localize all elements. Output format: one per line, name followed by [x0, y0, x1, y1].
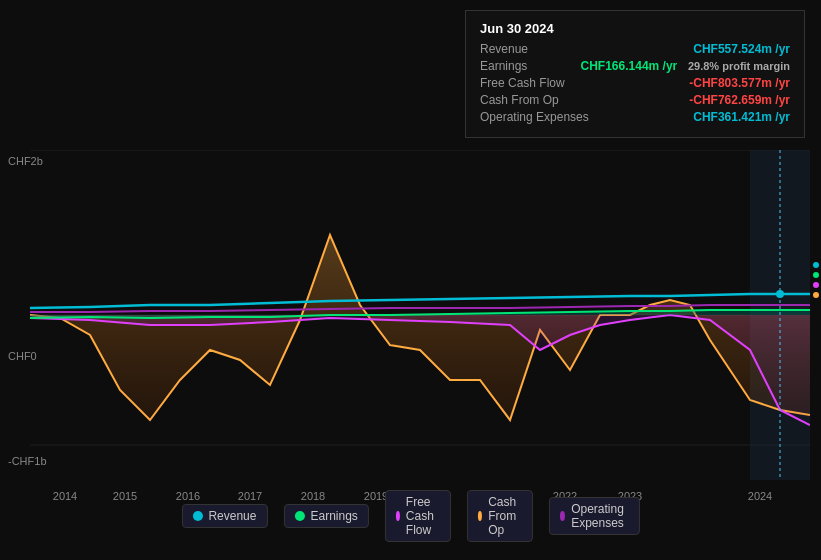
revenue-row: Revenue CHF557.524m /yr [480, 42, 790, 56]
legend-label-revenue: Revenue [208, 509, 256, 523]
main-chart [30, 150, 810, 480]
legend-opex[interactable]: Operating Expenses [549, 497, 640, 535]
opex-row: Operating Expenses CHF361.421m /yr [480, 110, 790, 124]
opex-label: Operating Expenses [480, 110, 589, 124]
legend-label-opex: Operating Expenses [571, 502, 628, 530]
earnings-value: CHF166.144m /yr 29.8% profit margin [581, 59, 790, 73]
tooltip-box: Jun 30 2024 Revenue CHF557.524m /yr Earn… [465, 10, 805, 138]
legend-cashop[interactable]: Cash From Op [467, 490, 533, 542]
scroll-dot-earnings [813, 272, 819, 278]
legend-fcf[interactable]: Free Cash Flow [385, 490, 451, 542]
fcf-row: Free Cash Flow -CHF803.577m /yr [480, 76, 790, 90]
cashop-label: Cash From Op [480, 93, 559, 107]
scroll-hint[interactable] [813, 262, 821, 298]
legend-dot-fcf [396, 511, 400, 521]
legend-dot-cashop [478, 511, 482, 521]
legend-earnings[interactable]: Earnings [283, 504, 368, 528]
x-label-2014: 2014 [53, 490, 77, 502]
cashop-row: Cash From Op -CHF762.659m /yr [480, 93, 790, 107]
earnings-row: Earnings CHF166.144m /yr 29.8% profit ma… [480, 59, 790, 73]
fcf-label: Free Cash Flow [480, 76, 565, 90]
revenue-value: CHF557.524m /yr [693, 42, 790, 56]
scroll-dot-fcf [813, 282, 819, 288]
fcf-value: -CHF803.577m /yr [689, 76, 790, 90]
chart-container: Jun 30 2024 Revenue CHF557.524m /yr Earn… [0, 0, 821, 560]
earnings-label: Earnings [480, 59, 527, 73]
legend-label-fcf: Free Cash Flow [406, 495, 440, 537]
legend-dot-earnings [294, 511, 304, 521]
legend-dot-revenue [192, 511, 202, 521]
legend: Revenue Earnings Free Cash Flow Cash Fro… [181, 490, 639, 542]
legend-label-earnings: Earnings [310, 509, 357, 523]
revenue-label: Revenue [480, 42, 528, 56]
cashop-value: -CHF762.659m /yr [689, 93, 790, 107]
legend-revenue[interactable]: Revenue [181, 504, 267, 528]
x-label-2024: 2024 [748, 490, 772, 502]
scroll-dot-cashop [813, 292, 819, 298]
opex-value: CHF361.421m /yr [693, 110, 790, 124]
scroll-dot-revenue [813, 262, 819, 268]
legend-dot-opex [560, 511, 565, 521]
x-label-2015: 2015 [113, 490, 137, 502]
legend-label-cashop: Cash From Op [488, 495, 522, 537]
svg-point-5 [776, 290, 784, 298]
tooltip-date: Jun 30 2024 [480, 21, 790, 36]
